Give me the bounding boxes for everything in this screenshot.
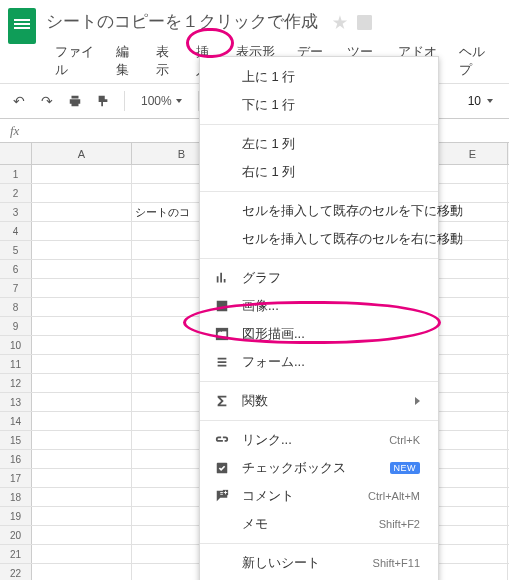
cell-A5[interactable]	[32, 241, 132, 259]
row-header[interactable]: 20	[0, 526, 32, 544]
cell-E1[interactable]	[438, 165, 508, 183]
cell-A3[interactable]	[32, 203, 132, 221]
cell-A22[interactable]	[32, 564, 132, 580]
cell-A6[interactable]	[32, 260, 132, 278]
cell-A21[interactable]	[32, 545, 132, 563]
menu-file[interactable]: ファイル	[46, 39, 107, 83]
cell-E15[interactable]	[438, 431, 508, 449]
cell-A10[interactable]	[32, 336, 132, 354]
row-header[interactable]: 17	[0, 469, 32, 487]
cell-E13[interactable]	[438, 393, 508, 411]
menu-item-col-left[interactable]: 左に 1 列	[200, 130, 438, 158]
menu-help[interactable]: ヘルプ	[450, 39, 501, 83]
chart-icon	[214, 270, 230, 286]
cell-A17[interactable]	[32, 469, 132, 487]
menu-item-cells-shift-right[interactable]: セルを挿入して既存のセルを右に移動	[200, 225, 438, 253]
column-header-E[interactable]: E	[438, 143, 508, 164]
cell-E18[interactable]	[438, 488, 508, 506]
cell-E14[interactable]	[438, 412, 508, 430]
cell-E17[interactable]	[438, 469, 508, 487]
menu-item-chart[interactable]: グラフ	[200, 264, 438, 292]
row-header[interactable]: 11	[0, 355, 32, 373]
cell-A9[interactable]	[32, 317, 132, 335]
cell-A14[interactable]	[32, 412, 132, 430]
cell-E10[interactable]	[438, 336, 508, 354]
menu-item-comment[interactable]: コメントCtrl+Alt+M	[200, 482, 438, 510]
cell-E8[interactable]	[438, 298, 508, 316]
menu-item-checkbox[interactable]: チェックボックスNEW	[200, 454, 438, 482]
row-header[interactable]: 19	[0, 507, 32, 525]
menu-view[interactable]: 表示	[147, 39, 187, 83]
cell-E22[interactable]	[438, 564, 508, 580]
menu-item-row-above[interactable]: 上に 1 行	[200, 63, 438, 91]
cell-A12[interactable]	[32, 374, 132, 392]
row-header[interactable]: 22	[0, 564, 32, 580]
select-all-corner[interactable]	[0, 143, 32, 164]
menu-item-note[interactable]: メモShift+F2	[200, 510, 438, 538]
cell-A13[interactable]	[32, 393, 132, 411]
menu-item-function[interactable]: 関数	[200, 387, 438, 415]
menu-item-drawing[interactable]: 図形描画...	[200, 320, 438, 348]
cell-E16[interactable]	[438, 450, 508, 468]
cell-A2[interactable]	[32, 184, 132, 202]
cell-A20[interactable]	[32, 526, 132, 544]
cell-E11[interactable]	[438, 355, 508, 373]
menu-item-new-sheet[interactable]: 新しいシートShift+F11	[200, 549, 438, 577]
row-header[interactable]: 2	[0, 184, 32, 202]
row-header[interactable]: 7	[0, 279, 32, 297]
row-header[interactable]: 6	[0, 260, 32, 278]
cell-E9[interactable]	[438, 317, 508, 335]
row-header[interactable]: 5	[0, 241, 32, 259]
cell-A15[interactable]	[32, 431, 132, 449]
row-header[interactable]: 4	[0, 222, 32, 240]
move-folder-icon[interactable]	[357, 15, 372, 30]
image-icon	[214, 298, 230, 314]
menu-item-cells-shift-down[interactable]: セルを挿入して既存のセルを下に移動	[200, 197, 438, 225]
menu-item-form[interactable]: フォーム...	[200, 348, 438, 376]
row-header[interactable]: 15	[0, 431, 32, 449]
cell-A11[interactable]	[32, 355, 132, 373]
cell-E19[interactable]	[438, 507, 508, 525]
column-header-A[interactable]: A	[32, 143, 132, 164]
checkbox-icon	[214, 460, 230, 476]
row-header[interactable]: 12	[0, 374, 32, 392]
cell-E7[interactable]	[438, 279, 508, 297]
row-header[interactable]: 8	[0, 298, 32, 316]
undo-button[interactable]: ↶	[8, 90, 30, 112]
font-size-dropdown[interactable]: 10	[460, 94, 501, 108]
menu-item-row-below[interactable]: 下に 1 行	[200, 91, 438, 119]
drawing-icon	[214, 326, 230, 342]
paint-format-button[interactable]	[92, 90, 114, 112]
cell-A18[interactable]	[32, 488, 132, 506]
row-header[interactable]: 14	[0, 412, 32, 430]
cell-A7[interactable]	[32, 279, 132, 297]
print-button[interactable]	[64, 90, 86, 112]
cell-A4[interactable]	[32, 222, 132, 240]
cell-E2[interactable]	[438, 184, 508, 202]
cell-E21[interactable]	[438, 545, 508, 563]
row-header[interactable]: 10	[0, 336, 32, 354]
cell-A8[interactable]	[32, 298, 132, 316]
new-badge: NEW	[390, 462, 421, 474]
redo-button[interactable]: ↷	[36, 90, 58, 112]
menu-edit[interactable]: 編集	[107, 39, 147, 83]
row-header[interactable]: 3	[0, 203, 32, 221]
star-icon[interactable]	[332, 15, 347, 30]
row-header[interactable]: 9	[0, 317, 32, 335]
row-header[interactable]: 13	[0, 393, 32, 411]
row-header[interactable]: 21	[0, 545, 32, 563]
row-header[interactable]: 16	[0, 450, 32, 468]
zoom-dropdown[interactable]: 100%	[135, 94, 188, 108]
cell-A19[interactable]	[32, 507, 132, 525]
cell-A1[interactable]	[32, 165, 132, 183]
document-title[interactable]: シートのコピーを１クリックで作成	[46, 8, 318, 35]
row-header[interactable]: 18	[0, 488, 32, 506]
cell-E12[interactable]	[438, 374, 508, 392]
menu-item-image[interactable]: 画像...	[200, 292, 438, 320]
menu-item-col-right[interactable]: 右に 1 列	[200, 158, 438, 186]
menu-item-link[interactable]: リンク...Ctrl+K	[200, 426, 438, 454]
cell-E6[interactable]	[438, 260, 508, 278]
row-header[interactable]: 1	[0, 165, 32, 183]
cell-E20[interactable]	[438, 526, 508, 544]
cell-A16[interactable]	[32, 450, 132, 468]
